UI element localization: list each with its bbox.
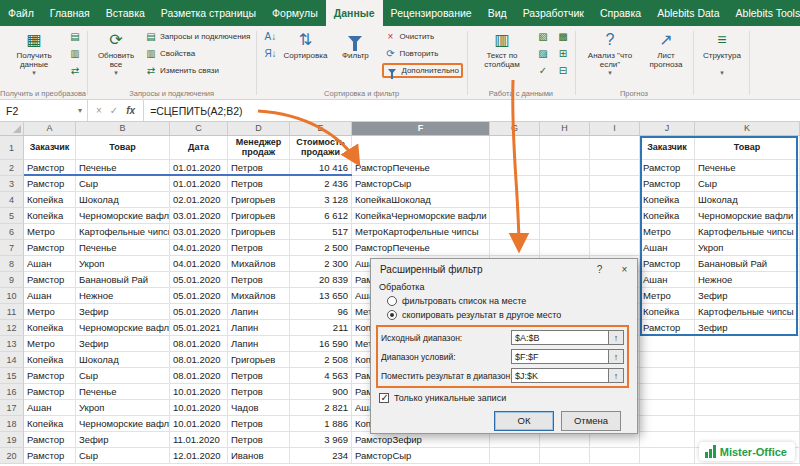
cell[interactable]: [590, 160, 640, 176]
data-model-button[interactable]: ⊟: [555, 63, 571, 78]
dialog-help-icon[interactable]: ?: [587, 259, 612, 280]
cell[interactable]: 05.01.2021: [170, 320, 228, 336]
cell[interactable]: [490, 208, 540, 224]
cell[interactable]: 10.01.2020: [170, 400, 228, 416]
cell[interactable]: [540, 160, 590, 176]
cell[interactable]: Рамстор: [24, 240, 76, 256]
cell[interactable]: Зефир: [76, 432, 170, 448]
text-to-columns-button[interactable]: ▥ Текст по столбцам: [473, 29, 531, 69]
edit-links-button[interactable]: ⇄Изменить связи: [143, 63, 252, 78]
cell[interactable]: 2 500: [290, 240, 352, 256]
cancel-icon[interactable]: ×: [96, 105, 102, 116]
cell[interactable]: КопейкаЧерноморские вафли: [352, 208, 490, 224]
dialog-close-icon[interactable]: ×: [612, 259, 637, 280]
cell[interactable]: [540, 240, 590, 256]
cell[interactable]: [695, 400, 800, 416]
cell[interactable]: 2 821: [290, 400, 352, 416]
row-number[interactable]: 8: [0, 256, 24, 272]
cell[interactable]: Рамстор: [24, 272, 76, 288]
row-number[interactable]: 1: [0, 136, 24, 160]
cell[interactable]: [640, 384, 695, 400]
cell[interactable]: Сыр: [76, 368, 170, 384]
cell[interactable]: Картофельные чипсы: [695, 304, 800, 320]
cancel-button[interactable]: Отмена: [561, 411, 621, 431]
forecast-sheet-button[interactable]: ↗ Лист прогноза: [643, 29, 689, 69]
column-header-B[interactable]: B: [76, 122, 170, 135]
cell[interactable]: Печенье: [76, 240, 170, 256]
cell[interactable]: 900: [290, 384, 352, 400]
cell[interactable]: Черноморские вафли: [695, 208, 800, 224]
cell[interactable]: [640, 352, 695, 368]
tab-Ablebits Tools[interactable]: Ablebits Tools: [728, 0, 800, 26]
tab-Данные[interactable]: Данные: [326, 0, 383, 26]
row-number[interactable]: 18: [0, 416, 24, 432]
row-number[interactable]: 17: [0, 400, 24, 416]
cell[interactable]: [490, 176, 540, 192]
tab-Вид[interactable]: Вид: [480, 0, 515, 26]
cell[interactable]: Рамстор: [640, 160, 695, 176]
cell[interactable]: [490, 448, 540, 464]
cell[interactable]: Метро: [640, 224, 695, 240]
cell[interactable]: Ашан: [24, 288, 76, 304]
unique-records-checkbox[interactable]: Только уникальные записи: [379, 390, 629, 406]
cell[interactable]: 96: [290, 304, 352, 320]
sort-ascending-button[interactable]: А↓: [262, 29, 278, 44]
get-data-button[interactable]: ▦ Получить данные ▾: [5, 29, 63, 76]
cell[interactable]: Михайлов: [228, 256, 290, 272]
name-box-dropdown-icon[interactable]: ▾: [78, 106, 87, 115]
cell[interactable]: [590, 240, 640, 256]
range-input[interactable]: $F:$F: [511, 349, 609, 364]
cell[interactable]: [695, 384, 800, 400]
row-number[interactable]: 7: [0, 240, 24, 256]
cell[interactable]: Копейка: [640, 192, 695, 208]
cell[interactable]: 03.01.2020: [170, 224, 228, 240]
cell[interactable]: Банановый Рай: [76, 272, 170, 288]
cell[interactable]: 1 886: [290, 416, 352, 432]
enter-icon[interactable]: ✓: [110, 105, 118, 116]
cell[interactable]: РамсторСыр: [352, 176, 490, 192]
properties-button[interactable]: ▥Свойства: [143, 46, 252, 61]
row-number[interactable]: 15: [0, 368, 24, 384]
cell[interactable]: Копейка: [24, 352, 76, 368]
cell[interactable]: 10.01.2020: [170, 416, 228, 432]
remove-duplicates-button[interactable]: ▨: [535, 46, 551, 61]
column-header-I[interactable]: I: [590, 122, 640, 135]
radio-filter-in-place[interactable]: фильтровать список на месте: [387, 294, 629, 308]
tab-Главная[interactable]: Главная: [42, 0, 98, 26]
cell[interactable]: Петров: [228, 160, 290, 176]
cell[interactable]: [590, 432, 640, 448]
cell[interactable]: Петров: [228, 416, 290, 432]
sort-button[interactable]: ⇅ Сортировка: [282, 29, 328, 69]
cell[interactable]: [640, 416, 695, 432]
cell[interactable]: Ашан: [640, 240, 695, 256]
cell[interactable]: 08.01.2020: [170, 352, 228, 368]
dialog-title-bar[interactable]: Расширенный фильтр ? ×: [371, 259, 637, 280]
cell[interactable]: Копейка: [24, 416, 76, 432]
cell[interactable]: 2 300: [290, 256, 352, 272]
cell[interactable]: 211: [290, 320, 352, 336]
tab-Файл[interactable]: Файл: [0, 0, 42, 26]
cell[interactable]: Черноморские вафли: [76, 320, 170, 336]
cell[interactable]: Копейка: [640, 208, 695, 224]
column-header-J[interactable]: J: [640, 122, 695, 135]
cell[interactable]: Петров: [228, 176, 290, 192]
insert-function-icon[interactable]: fx: [126, 105, 135, 116]
tab-Справка[interactable]: Справка: [592, 0, 649, 26]
cell[interactable]: [695, 352, 800, 368]
cell[interactable]: Копейка: [24, 192, 76, 208]
cell[interactable]: Рамстор: [24, 432, 76, 448]
cell[interactable]: [490, 432, 540, 448]
row-number[interactable]: 16: [0, 384, 24, 400]
cell[interactable]: МетроКартофельные чипсы: [352, 224, 490, 240]
cell[interactable]: [490, 224, 540, 240]
cell[interactable]: 10.01.2020: [170, 384, 228, 400]
cell[interactable]: Григорьев: [228, 192, 290, 208]
cell[interactable]: Ашан: [24, 256, 76, 272]
column-header-H[interactable]: H: [540, 122, 590, 135]
cell[interactable]: [540, 208, 590, 224]
row-number[interactable]: 5: [0, 208, 24, 224]
cell[interactable]: 234: [290, 448, 352, 464]
cell[interactable]: Шоколад: [76, 352, 170, 368]
relationships-button[interactable]: ⊞: [555, 46, 571, 61]
ok-button[interactable]: ОК: [494, 411, 554, 431]
